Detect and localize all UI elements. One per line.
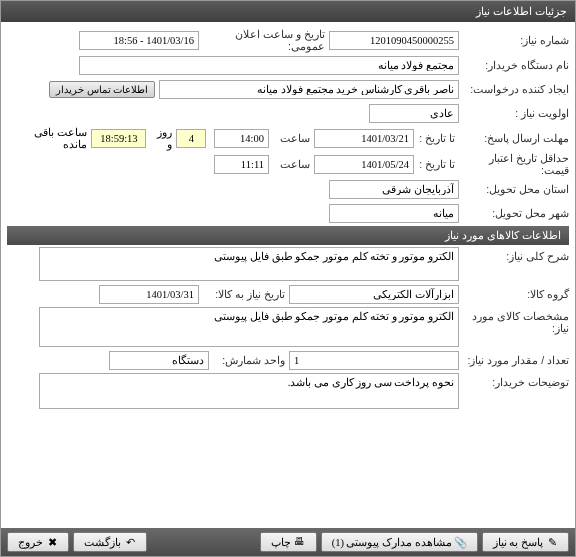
input-unit[interactable] [109, 351, 209, 370]
input-days-remaining [176, 129, 206, 148]
lbl-unit: واحد شمارش: [209, 354, 289, 366]
input-validity-date[interactable] [314, 155, 414, 174]
lbl-hours-remaining: ساعت باقی مانده [7, 126, 91, 150]
input-goods-need-date[interactable] [99, 285, 199, 304]
back-icon: ↶ [124, 536, 136, 548]
btn-buyer-contact[interactable]: اطلاعات تماس خریدار [49, 81, 155, 98]
input-response-date[interactable] [314, 129, 414, 148]
exit-icon: ✖ [46, 536, 58, 548]
lbl-delivery-province: استان محل تحویل: [459, 183, 569, 195]
attachment-icon: 📎 [455, 536, 467, 548]
btn-exit-label: خروج [18, 536, 43, 548]
input-quantity[interactable] [289, 351, 459, 370]
input-province[interactable] [329, 180, 459, 199]
lbl-need-summary: شرح کلی نیاز: [459, 247, 569, 262]
input-time-remaining [91, 129, 146, 148]
btn-back-label: بازگشت [84, 536, 121, 548]
btn-attachments[interactable]: 📎 مشاهده مدارک پیوستی (1) [321, 532, 478, 552]
section-goods-title: اطلاعات کالاهای مورد نیاز [445, 229, 561, 241]
lbl-time-1: ساعت [269, 132, 314, 144]
input-priority[interactable] [369, 104, 459, 123]
lbl-time-2: ساعت [269, 158, 314, 170]
input-response-time[interactable] [214, 129, 269, 148]
lbl-goods-spec: مشخصات کالای مورد نیاز: [459, 307, 569, 334]
lbl-price-validity: حداقل تاریخ اعتبار قیمت: [459, 152, 569, 176]
btn-print-label: چاپ [271, 536, 291, 548]
lbl-goods-need-date: تاریخ نیاز به کالا: [199, 288, 289, 300]
lbl-requester: ایجاد کننده درخواست: [459, 83, 569, 95]
input-goods-group[interactable] [289, 285, 459, 304]
print-icon: 🖶 [294, 536, 306, 548]
lbl-buyer-org: نام دستگاه خریدار: [459, 59, 569, 71]
btn-exit[interactable]: ✖ خروج [7, 532, 69, 552]
input-city[interactable] [329, 204, 459, 223]
input-buyer-org[interactable] [79, 56, 459, 75]
lbl-announce-date: تاریخ و ساعت اعلان عمومی: [199, 28, 329, 52]
section-goods-info: اطلاعات کالاهای مورد نیاز [7, 226, 569, 245]
btn-attachments-label: مشاهده مدارک پیوستی (1) [332, 536, 452, 548]
btn-respond[interactable]: ✎ پاسخ به نیاز [482, 532, 569, 552]
input-requester[interactable] [159, 80, 459, 99]
btn-back[interactable]: ↶ بازگشت [73, 532, 147, 552]
main-content: شماره نیاز: تاریخ و ساعت اعلان عمومی: نا… [1, 22, 575, 528]
lbl-delivery-city: شهر محل تحویل: [459, 207, 569, 219]
lbl-goods-group: گروه کالا: [459, 288, 569, 300]
lbl-to-date-1: تا تاریخ : [414, 132, 459, 144]
textarea-goods-spec[interactable] [39, 307, 459, 347]
details-window: جزئیات اطلاعات نیاز شماره نیاز: تاریخ و … [0, 0, 576, 557]
lbl-to-date-2: تا تاریخ : [414, 158, 459, 170]
lbl-response-deadline: مهلت ارسال پاسخ: [459, 132, 569, 144]
lbl-quantity: تعداد / مقدار مورد نیاز: [459, 354, 569, 366]
input-validity-time[interactable] [214, 155, 269, 174]
lbl-need-number: شماره نیاز: [459, 34, 569, 46]
textarea-buyer-notes[interactable] [39, 373, 459, 409]
lbl-buyer-notes: توضیحات خریدار: [459, 373, 569, 388]
window-title-bar: جزئیات اطلاعات نیاز [1, 1, 575, 22]
btn-respond-label: پاسخ به نیاز [493, 536, 543, 548]
btn-print[interactable]: 🖶 چاپ [260, 532, 317, 552]
reply-icon: ✎ [546, 536, 558, 548]
lbl-days-and: روز و [146, 126, 176, 150]
input-announce-date[interactable] [79, 31, 199, 50]
textarea-need-summary[interactable] [39, 247, 459, 281]
input-need-number[interactable] [329, 31, 459, 50]
footer-toolbar: ✎ پاسخ به نیاز 📎 مشاهده مدارک پیوستی (1)… [1, 528, 575, 556]
window-title: جزئیات اطلاعات نیاز [476, 5, 567, 18]
lbl-priority: اولویت نیاز : [459, 107, 569, 119]
